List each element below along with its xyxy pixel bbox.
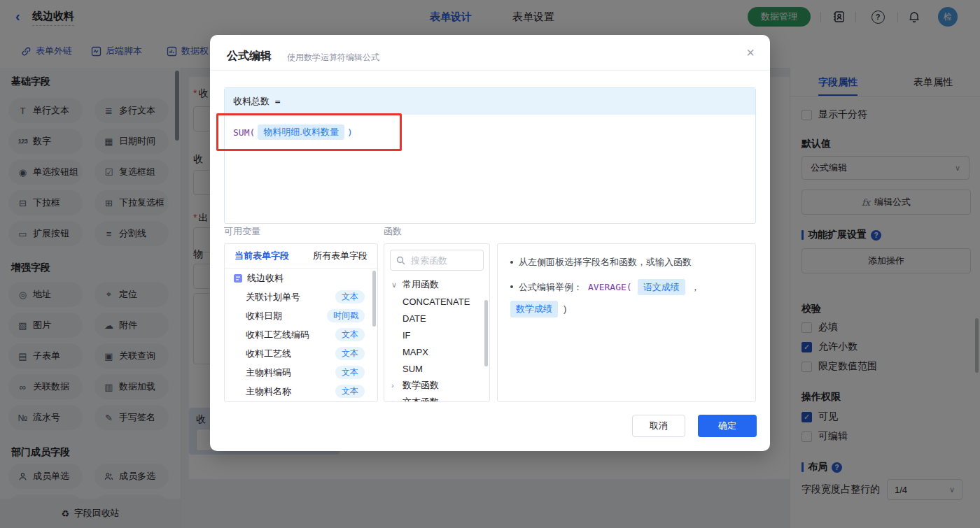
example-function-name: AVERAGE( (588, 280, 632, 294)
type-badge: 文本 (335, 290, 365, 304)
function-group-math[interactable]: ›数学函数 (384, 377, 489, 394)
variables-root[interactable]: 线边收料 (225, 269, 377, 287)
type-badge: 文本 (335, 347, 365, 360)
close-icon[interactable]: × (746, 45, 755, 61)
hints-panel: 从左侧面板选择字段名和函数，或输入函数 公式编辑举例： AVERAGE( 语文成… (497, 243, 756, 402)
function-item[interactable]: MAPX (384, 343, 489, 360)
example-field-chip: 语文成绩 (638, 279, 685, 296)
variable-row[interactable]: 收料工艺线编码文本 (225, 325, 377, 344)
variable-row[interactable]: 关联计划单号文本 (225, 287, 377, 306)
hint-line-1: 从左侧面板选择字段名和函数，或输入函数 (510, 255, 743, 269)
chevron-right-icon: › (391, 381, 398, 390)
search-icon (396, 256, 405, 265)
type-badge: 文本 (335, 385, 365, 398)
variable-row[interactable]: 收料工艺线文本 (225, 344, 377, 363)
formula-editor[interactable]: 收料总数 = SUM( 物料明细.收料数量 ) (224, 87, 756, 224)
type-badge: 文本 (335, 366, 365, 379)
function-search[interactable] (390, 250, 484, 271)
formula-target: 收料总数 = (225, 88, 755, 115)
function-group-common[interactable]: ∨常用函数 (384, 276, 489, 293)
bullet-icon (510, 285, 513, 288)
confirm-button[interactable]: 确定 (698, 415, 757, 437)
type-badge: 时间戳 (327, 309, 365, 322)
hint-line-2: 公式编辑举例： AVERAGE( 语文成绩 ， 数学成绩 ) (510, 279, 743, 317)
function-item[interactable]: DATE (384, 310, 489, 327)
variable-row[interactable]: 主物料编码文本 (225, 363, 377, 382)
variables-scrollbar[interactable] (372, 271, 376, 327)
function-item[interactable]: CONCATENATE (384, 293, 489, 310)
formula-editor-modal: 公式编辑 使用数学运算符编辑公式 × 收料总数 = SUM( 物料明细.收料数量… (210, 35, 770, 451)
function-search-input[interactable] (410, 255, 482, 266)
tab-all-form-fields[interactable]: 所有表单字段 (313, 250, 368, 262)
variables-label: 可用变量 (224, 225, 260, 238)
function-item[interactable]: IF (384, 327, 489, 343)
modal-title: 公式编辑 (227, 49, 272, 64)
variable-row[interactable]: 收料日期时间戳 (225, 306, 377, 325)
bullet-icon (510, 261, 513, 264)
tab-current-form-fields[interactable]: 当前表单字段 (234, 250, 289, 262)
function-group-text[interactable]: ›文本函数 (384, 394, 489, 402)
annotation-highlight-box (216, 113, 402, 151)
type-badge: 文本 (335, 328, 365, 341)
variable-row[interactable]: 主物料名称文本 (225, 382, 377, 401)
modal-subtitle: 使用数学运算符编辑公式 (287, 52, 379, 64)
divider (210, 70, 770, 71)
functions-panel: ∨常用函数 CONCATENATE DATE IF MAPX SUM ›数学函数… (384, 243, 490, 402)
chevron-down-icon: ∨ (391, 280, 398, 290)
form-doc-icon (233, 273, 243, 283)
functions-label: 函数 (384, 225, 402, 238)
chevron-right-icon: › (391, 398, 398, 402)
variables-panel: 当前表单字段 所有表单字段 线边收料 关联计划单号文本 收料日期时间戳 收料工艺… (224, 243, 378, 402)
function-item[interactable]: SUM (384, 360, 489, 377)
cancel-button[interactable]: 取消 (632, 415, 685, 437)
example-field-chip: 数学成绩 (510, 301, 558, 317)
functions-scrollbar[interactable] (484, 300, 488, 366)
